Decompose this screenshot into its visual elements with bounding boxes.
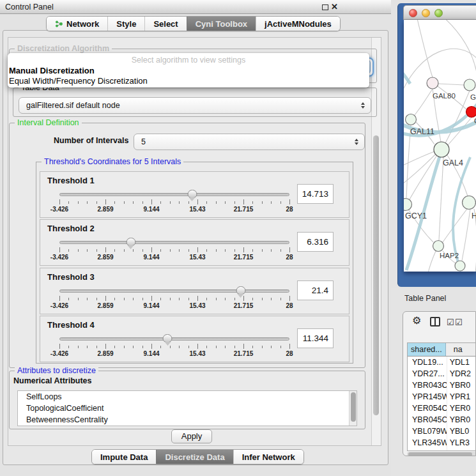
table-row[interactable]: YBL079W YBL0 (408, 426, 476, 437)
tab-style[interactable]: Style (107, 17, 144, 31)
columns-icon[interactable] (430, 317, 440, 326)
tab-cyni-toolbox[interactable]: Cyni Toolbox (187, 17, 256, 31)
node-hap2[interactable] (433, 241, 444, 252)
algorithm-dropdown-popup: Select algorithm to view settings Manual… (8, 53, 369, 88)
network-view-window[interactable]: GAL80 GA GAL11 GAL4 GCY1 C H HAP2 (397, 3, 476, 287)
table-row[interactable]: YIL052C YIL0 (408, 449, 476, 451)
tab-impute-data-label: Impute Data (100, 452, 148, 462)
tab-impute-data[interactable]: Impute Data (92, 450, 156, 464)
bottom-tab-bar: Impute Data Discretize Data Infer Networ… (91, 449, 304, 464)
number-of-intervals-label: Number of Intervals (54, 136, 128, 145)
threshold-4-ruler (59, 344, 289, 349)
threshold-3-scale-labels: -3.4262.8599.14415.4321.71528 (59, 302, 289, 310)
tab-jactivemnodules-label: jActiveMNodules (265, 19, 332, 29)
algorithm-option-manual[interactable]: Manual Discretization (9, 66, 95, 75)
interval-definition-group: Interval Definition Number of Intervals … (9, 123, 365, 368)
numerical-attributes-label: Numerical Attributes (13, 376, 91, 385)
threshold-1-value-field[interactable]: 14.713 (297, 184, 334, 204)
node[interactable] (464, 79, 475, 91)
table-horizontal-scrollbar[interactable] (407, 452, 476, 456)
threshold-3-label: Threshold 3 (47, 272, 95, 282)
checkbox-icon[interactable]: ☑ (455, 318, 463, 327)
threshold-1-ruler (59, 199, 289, 205)
algorithm-popup-placeholder: Select algorithm to view settings (8, 56, 369, 65)
node-gal4[interactable] (434, 142, 449, 157)
tab-discretize-data-label: Discretize Data (165, 452, 224, 462)
tab-network[interactable]: Network (47, 17, 107, 31)
table-row[interactable]: YLR345W YLR3 (408, 437, 476, 449)
threshold-1-slider[interactable] (59, 193, 289, 196)
minimize-traffic-light-icon[interactable] (422, 9, 430, 17)
network-canvas[interactable]: GAL80 GA GAL11 GAL4 GCY1 C H HAP2 (404, 20, 476, 272)
close-icon[interactable]: ✕ (331, 2, 338, 12)
threshold-3-value-field[interactable]: 21.4 (297, 280, 334, 300)
thresholds-group-title: Threshold's Coordinates for 5 Intervals (42, 157, 183, 166)
table-panel-box: ⚙ ☑ ☑ shared... na YDL19... YDL1 YDR27..… (403, 311, 476, 456)
float-window-icon[interactable] (322, 4, 328, 10)
node-gcy1[interactable] (404, 199, 412, 211)
attributes-group: Attributes to discretize Numerical Attri… (9, 371, 365, 429)
number-of-intervals-spinner-icon (355, 139, 358, 145)
tab-infer-network[interactable]: Infer Network (233, 450, 303, 464)
node[interactable] (463, 196, 476, 210)
apply-button[interactable]: Apply (171, 429, 212, 443)
table-data-spinner-icon (361, 102, 365, 109)
column-header-shared-name[interactable]: shared... (408, 343, 446, 356)
threshold-1-scale-labels: -3.4262.8599.14415.4321.71528 (59, 206, 289, 213)
table-row[interactable]: YBR045C YBR0 (408, 414, 476, 426)
network-tab-icon (55, 20, 63, 28)
table-header-row: shared... na (408, 343, 476, 357)
table-row[interactable]: YDL19... YDL1 (408, 357, 476, 368)
discretization-algorithm-group-title: Discretization Algorithm (15, 44, 112, 53)
tab-style-label: Style (116, 19, 136, 29)
top-tab-bar: Network Style Select Cyni Toolbox jActiv… (46, 16, 341, 31)
threshold-4-slider[interactable] (59, 337, 289, 341)
gear-icon[interactable]: ⚙ (412, 314, 421, 326)
threshold-2-ruler (59, 247, 289, 253)
zoom-traffic-light-icon[interactable] (434, 9, 443, 17)
node[interactable] (406, 114, 417, 125)
node[interactable] (455, 261, 465, 271)
threshold-2-slider[interactable] (59, 241, 289, 244)
tab-discretize-data[interactable]: Discretize Data (156, 450, 233, 464)
network-window-titlebar (403, 5, 476, 20)
list-item[interactable]: BetweennessCentrality (18, 414, 357, 426)
algorithm-option-equal-width[interactable]: Equal Width/Frequency Discretization (9, 76, 148, 86)
table-data-select[interactable]: galFiltered.sif default node (19, 97, 371, 114)
threshold-3-panel: Threshold 3 -3.4262.8599.14415.4321.7152… (40, 268, 349, 314)
svg-text:HAP2: HAP2 (440, 252, 459, 259)
network-graph: GAL80 GA GAL11 GAL4 GCY1 C H HAP2 (404, 20, 476, 272)
threshold-3-slider[interactable] (59, 289, 289, 293)
table-row[interactable]: YDR27... YDR2 (408, 368, 476, 380)
tab-network-label: Network (66, 19, 99, 29)
list-item[interactable]: SelfLoops (18, 391, 357, 403)
svg-text:GA: GA (470, 93, 476, 101)
svg-text:GAL11: GAL11 (410, 127, 434, 136)
tab-cyni-toolbox-label: Cyni Toolbox (196, 19, 247, 29)
tab-jactivemnodules[interactable]: jActiveMNodules (256, 17, 340, 31)
tab-select[interactable]: Select (144, 17, 186, 31)
node-attribute-table[interactable]: shared... na YDL19... YDL1 YDR27... YDR2… (407, 342, 476, 451)
threshold-4-value-field[interactable]: 11.344 (297, 328, 334, 348)
table-panel: Table Panel ⚙ ☑ ☑ shared... na YDL19... … (391, 288, 476, 476)
list-scrollbar[interactable] (349, 391, 357, 426)
number-of-intervals-select[interactable]: 5 (134, 134, 365, 150)
svg-text:GAL4: GAL4 (443, 158, 463, 167)
panel-scrollbar-thumb[interactable] (373, 135, 379, 415)
column-header-name[interactable]: na (446, 343, 476, 356)
close-traffic-light-icon[interactable] (409, 9, 417, 17)
svg-text:H: H (472, 211, 476, 220)
node[interactable] (427, 77, 438, 89)
checkbox-icon[interactable]: ☑ (447, 318, 454, 327)
table-row[interactable]: YER054C YER0 (408, 403, 476, 414)
node-red[interactable] (466, 107, 476, 118)
numerical-attributes-list[interactable]: SelfLoops TopologicalCoefficient Between… (17, 390, 357, 426)
table-panel-title: Table Panel (404, 294, 446, 303)
table-row[interactable]: YBR043C YBR0 (408, 380, 476, 391)
threshold-3-ruler (59, 296, 289, 302)
interval-definition-group-title: Interval Definition (15, 118, 82, 127)
table-row[interactable]: YPR145W YPR1 (408, 391, 476, 403)
tab-select-label: Select (153, 19, 178, 29)
list-item[interactable]: TopologicalCoefficient (18, 403, 357, 414)
threshold-2-value-field[interactable]: 6.316 (297, 232, 334, 252)
